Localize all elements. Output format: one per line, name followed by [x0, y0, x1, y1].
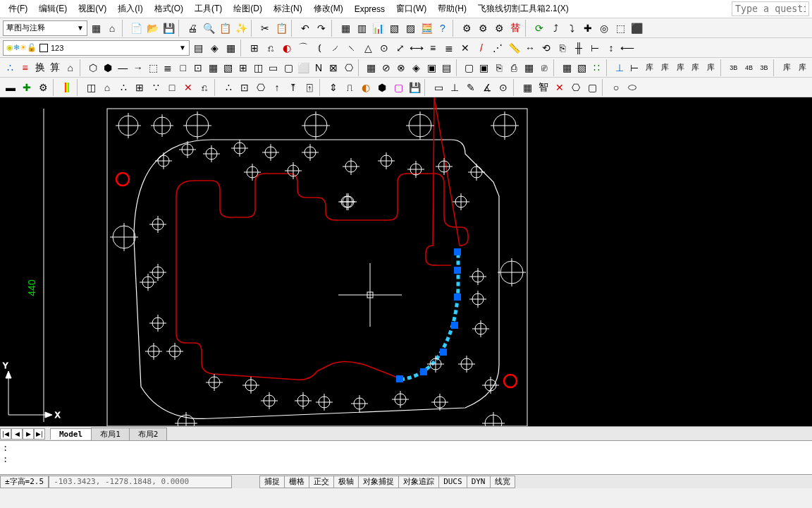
tb-btn[interactable]: ▢: [390, 80, 406, 95]
tb-btn[interactable]: ⟲: [539, 40, 554, 56]
tb-btn[interactable]: ∴: [221, 80, 236, 95]
tb-btn[interactable]: ⟍: [344, 40, 359, 56]
tb-btn[interactable]: [59, 80, 75, 95]
tb-btn[interactable]: ⊥: [447, 80, 462, 95]
menu-plugin[interactable]: 飞狼线切割工具箱2.1(X): [472, 1, 574, 17]
toggle-polar[interactable]: 极轴: [333, 476, 359, 488]
menu-help[interactable]: 帮助(H): [432, 1, 472, 17]
tb-btn[interactable]: ▦: [522, 60, 536, 75]
tb-btn[interactable]: ⊘: [379, 60, 393, 75]
toggle-otrack[interactable]: 对象追踪: [398, 476, 439, 488]
tb-btn[interactable]: ⇕: [326, 80, 341, 95]
tb-btn[interactable]: ⚙: [475, 20, 491, 36]
tb-btn[interactable]: ⊞: [132, 80, 147, 95]
tb-btn[interactable]: ▢: [584, 80, 600, 95]
toggle-snap[interactable]: 捕捉: [259, 476, 285, 488]
tb-btn[interactable]: ⚙: [459, 20, 474, 36]
tb-btn[interactable]: ⟷: [409, 40, 424, 56]
lib-btn[interactable]: 库: [780, 60, 794, 75]
tb-btn[interactable]: ⎌: [197, 80, 212, 95]
tb-btn[interactable]: ⬢: [101, 60, 115, 75]
tb-btn[interactable]: ⊙: [376, 40, 392, 56]
tb-btn[interactable]: ◈: [207, 40, 222, 56]
tb-btn[interactable]: ↑: [269, 80, 285, 95]
toggle-osnap[interactable]: 对象捕捉: [358, 476, 399, 488]
arc-icon[interactable]: ⌒: [295, 40, 311, 56]
menu-window[interactable]: 窗口(W): [390, 1, 432, 17]
tb-btn[interactable]: ⤒: [285, 80, 301, 95]
tb-btn[interactable]: ✚: [580, 20, 596, 36]
tb-btn[interactable]: ⊠: [326, 60, 340, 75]
open-icon[interactable]: 📂: [144, 20, 160, 36]
tb-btn[interactable]: ✕: [457, 40, 473, 56]
undo-icon[interactable]: ↶: [297, 20, 313, 36]
tb-btn[interactable]: ⊢: [627, 60, 641, 75]
3b-btn[interactable]: 3B: [757, 60, 772, 75]
tb-btn[interactable]: ≡: [425, 40, 441, 56]
tb-btn[interactable]: 智: [536, 80, 551, 95]
tb-btn[interactable]: ▨: [402, 20, 418, 36]
tb-btn[interactable]: □: [176, 60, 190, 75]
tb-btn[interactable]: ↕: [603, 40, 619, 56]
tab-prev-button[interactable]: ◀: [11, 428, 23, 440]
tb-btn[interactable]: ⊡: [191, 60, 205, 75]
lib-btn[interactable]: 库: [673, 60, 688, 75]
tb-btn[interactable]: ⎌: [263, 40, 278, 56]
tb-btn[interactable]: ✕: [180, 80, 196, 95]
circle-icon[interactable]: ○: [608, 80, 624, 95]
tb-btn[interactable]: ⬢: [374, 80, 390, 95]
tb-btn[interactable]: ⌂: [99, 80, 115, 95]
menu-tools[interactable]: 工具(T): [189, 1, 228, 17]
tb-btn[interactable]: —: [116, 60, 130, 75]
layer-props-icon[interactable]: ▤: [190, 40, 206, 56]
tb-btn[interactable]: ⎍: [342, 80, 357, 95]
tb-btn[interactable]: ▢: [462, 60, 476, 75]
tb-btn[interactable]: ◐: [279, 40, 295, 56]
tab-layout1[interactable]: 布局1: [91, 428, 130, 440]
tb-btn[interactable]: N: [312, 60, 326, 75]
help-search-input[interactable]: [732, 1, 809, 16]
tb-btn[interactable]: ⟳: [531, 20, 547, 36]
tb-btn[interactable]: 替: [508, 20, 523, 36]
tb-btn[interactable]: ⊢: [587, 40, 603, 56]
tb-btn[interactable]: 📊: [370, 20, 386, 36]
tb-btn[interactable]: ▭: [266, 60, 281, 75]
tb-btn[interactable]: 算: [48, 60, 62, 75]
tb-btn[interactable]: ⟋: [328, 40, 343, 56]
tb-btn[interactable]: ⍐: [302, 80, 317, 95]
tb-btn[interactable]: ∴: [116, 80, 131, 95]
tb-btn[interactable]: ↔: [522, 40, 538, 56]
tb-btn[interactable]: ▦: [338, 20, 353, 36]
ellipse-icon[interactable]: ⬭: [625, 80, 640, 95]
tb-btn[interactable]: ∷: [590, 60, 604, 75]
toggle-ortho[interactable]: 正交: [309, 476, 334, 488]
tb-btn[interactable]: ▣: [477, 60, 491, 75]
save-icon[interactable]: 💾: [161, 20, 176, 36]
tb-btn[interactable]: ▦: [364, 60, 378, 75]
lib-btn[interactable]: 库: [688, 60, 703, 75]
print-icon[interactable]: 🖨: [185, 20, 200, 36]
menu-format[interactable]: 格式(O): [149, 1, 189, 17]
menu-view[interactable]: 视图(V): [73, 1, 112, 17]
tab-layout2[interactable]: 布局2: [129, 428, 168, 440]
tb-btn[interactable]: ╫: [571, 40, 586, 56]
copy-icon[interactable]: 📋: [273, 20, 289, 36]
tb-btn[interactable]: ⊗: [394, 60, 408, 75]
publish-icon[interactable]: 📋: [217, 20, 233, 36]
tb-btn[interactable]: ⊞: [236, 60, 250, 75]
redo-icon[interactable]: ↷: [314, 20, 329, 36]
tb-btn[interactable]: ⊞: [247, 40, 262, 56]
tb-btn[interactable]: ◐: [358, 80, 374, 95]
tb-btn[interactable]: ▬: [3, 80, 18, 95]
tb-btn[interactable]: ⤴: [548, 20, 563, 36]
new-icon[interactable]: 📄: [128, 20, 144, 36]
tb-btn[interactable]: ⎘: [492, 60, 506, 75]
save-icon[interactable]: 💾: [407, 80, 422, 95]
tb-btn[interactable]: ≡: [18, 60, 32, 75]
tb-btn[interactable]: ▤: [439, 60, 453, 75]
tb-btn[interactable]: ⟵: [620, 40, 635, 56]
toggle-dyn[interactable]: DYN: [467, 476, 491, 488]
preview-icon[interactable]: 🔍: [201, 20, 216, 36]
toggle-lwt[interactable]: 线宽: [490, 476, 515, 488]
3b-btn[interactable]: 3B: [726, 60, 741, 75]
